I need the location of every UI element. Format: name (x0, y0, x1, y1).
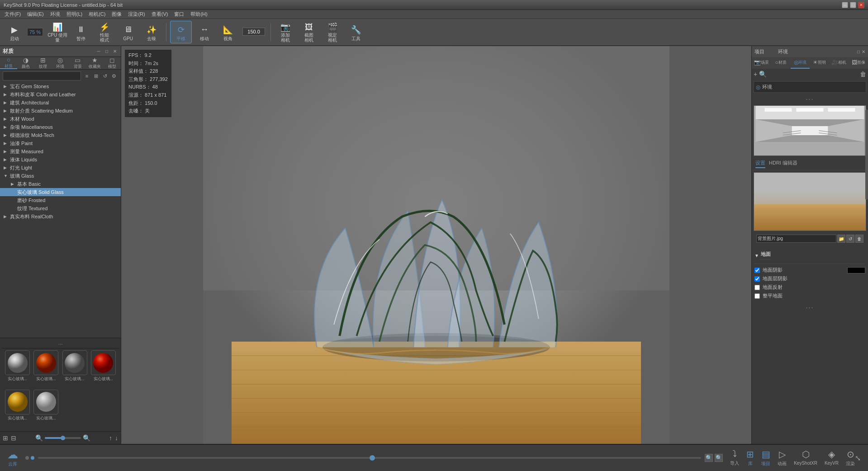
lb-grid-icon[interactable]: ⊞ (3, 434, 8, 442)
thumb-orange-glass[interactable]: 实心玻璃... (32, 350, 60, 389)
env-add-btn[interactable]: + (754, 71, 757, 78)
nav-keyshotxr[interactable]: ⬡ KeyShotXR (794, 449, 817, 467)
tab-texture[interactable]: ⊞ 纹理 (34, 57, 52, 69)
search-list-icon[interactable]: ≡ (83, 72, 91, 80)
lb-search-icon[interactable]: 🔍 (35, 434, 43, 442)
percent-display[interactable]: 75 % (27, 28, 43, 36)
panel-minimize-btn[interactable]: ─ (95, 48, 102, 55)
zoom-in-btn[interactable]: 🔍 (715, 454, 723, 462)
hdri-preview-image[interactable] (754, 106, 866, 155)
menu-file[interactable]: 文件(F) (2, 10, 24, 19)
tab-model[interactable]: ◻ 模型 (104, 57, 121, 69)
lb-zoom-icon[interactable]: 🔍 (83, 434, 90, 442)
fov-button[interactable]: 📐 视角 (217, 21, 239, 43)
env-tree-item[interactable]: ◎ 环境 (756, 84, 864, 90)
tree-glass-solid[interactable]: 实心玻璃 Solid Glass (0, 188, 121, 196)
menu-help[interactable]: 帮助(H) (188, 10, 210, 19)
translate-button[interactable]: ⟳ 平移 (170, 21, 192, 43)
search-grid-icon[interactable]: ⊞ (92, 72, 100, 80)
menu-edit[interactable]: 编辑(E) (24, 10, 47, 19)
thumb-light-glass[interactable]: 实心玻璃... (32, 390, 60, 428)
tab-scene[interactable]: 📷 场景 (752, 57, 771, 69)
start-button[interactable]: ▶ 启动 (4, 21, 25, 43)
thumb-gold-glass[interactable]: 实心玻璃... (4, 390, 31, 428)
ground-reflection-checkbox[interactable] (754, 285, 760, 290)
thumb-silver-glass[interactable]: 实心玻璃... (4, 350, 31, 389)
tl-dot-1[interactable] (25, 456, 29, 460)
tree-paint[interactable]: ▶ 油漆 Paint (0, 139, 121, 147)
tab-material[interactable]: ○ 材质 (771, 57, 791, 69)
tab-environment-right[interactable]: ◎ 环境 (791, 57, 810, 69)
ground-flat-checkbox[interactable] (754, 293, 760, 299)
bg-preview-image[interactable] (754, 173, 866, 231)
tree-light[interactable]: ▶ 灯光 Light (0, 164, 121, 172)
viewport[interactable]: FPS： 9.2 时间： 7m 2s 采样值： 228 三角形： 277,392… (121, 46, 751, 444)
search-settings-icon[interactable]: ⚙ (110, 72, 118, 80)
tree-glass-basic[interactable]: ▶ 基本 Basic (0, 180, 121, 188)
tools-button[interactable]: 🔧 工具 (345, 21, 367, 43)
panel-close-btn[interactable]: ✕ (112, 48, 118, 55)
expand-corner-btn[interactable]: ⤡ (855, 454, 861, 462)
tree-cloth-leather[interactable]: ▶ 布料和皮革 Cloth and Leather (0, 90, 121, 99)
menu-render[interactable]: 渲染(R) (125, 10, 147, 19)
tree-mold-tech[interactable]: ▶ 模德涂纹 Mold-Tech (0, 131, 121, 139)
tree-misc[interactable]: ▶ 杂项 Miscellaneous (0, 123, 121, 131)
tab-favorites[interactable]: ★ 收藏夹 (86, 57, 104, 69)
tree-glass-frosted[interactable]: 磨砂 Frosted (0, 196, 121, 204)
menu-window[interactable]: 窗口 (171, 10, 187, 19)
menu-view[interactable]: 查看(V) (149, 10, 171, 19)
nav-project[interactable]: ▤ 项目 (761, 449, 770, 467)
timeline-slider[interactable] (38, 457, 701, 459)
env-delete-btn[interactable]: 🗑 (860, 71, 866, 78)
cloud-library-btn[interactable]: ☁ 云库 (7, 448, 18, 467)
right-scrollbar-thumb[interactable] (865, 109, 868, 200)
tree-wood[interactable]: ▶ 木材 Wood (0, 115, 121, 123)
tree-liquids[interactable]: ▶ 液体 Liquids (0, 155, 121, 164)
tab-color[interactable]: ◑ 颜色 (17, 57, 34, 69)
lb-slider[interactable] (45, 437, 81, 439)
lb-list-icon[interactable]: ⊟ (11, 434, 16, 442)
settings-tab[interactable]: 设置 (755, 160, 765, 168)
timeline-handle[interactable] (370, 455, 375, 461)
search-input[interactable] (3, 71, 81, 80)
more-dots-top[interactable]: ··· (2, 340, 119, 348)
right-more-dots[interactable]: ··· (806, 304, 814, 311)
right-float-btn[interactable]: □ (857, 49, 860, 54)
tree-architectural[interactable]: ▶ 建筑 Architectural (0, 99, 121, 107)
menu-image[interactable]: 图像 (109, 10, 124, 19)
menu-camera[interactable]: 相机(C) (86, 10, 108, 19)
degree-input[interactable] (242, 28, 265, 36)
bg-file-delete-btn[interactable]: 🗑 (855, 235, 863, 243)
tree-glass[interactable]: ▼ 玻璃 Glass (0, 172, 121, 180)
tab-environment[interactable]: ◎ 环境 (52, 57, 69, 69)
right-close-btn[interactable]: ✕ (862, 49, 865, 54)
menu-lighting[interactable]: 照明(L) (64, 10, 85, 19)
lb-up-icon[interactable]: ↑ (109, 434, 112, 442)
video-button[interactable]: 🎬 视定相机 (322, 21, 343, 43)
tree-gem-stones[interactable]: ▶ 宝石 Gem Stones (0, 82, 121, 90)
tree-measured[interactable]: ▶ 测量 Measured (0, 147, 121, 155)
nav-animation[interactable]: ▷ 动画 (778, 449, 787, 467)
3d-viewport[interactable] (121, 46, 751, 444)
nav-render[interactable]: ⊙ 渲染 (846, 449, 855, 467)
thumb-red-glass[interactable]: 实心玻璃... (90, 350, 117, 389)
lb-down-icon[interactable]: ↓ (115, 434, 118, 442)
cpu-button[interactable]: 📊 CPU 使用量 (47, 21, 68, 43)
maximize-button[interactable]: □ (850, 2, 856, 8)
close-button[interactable]: ✕ (858, 2, 864, 8)
nav-import[interactable]: ⤵ 导入 (730, 449, 739, 467)
tree-scattering[interactable]: ▶ 散射介质 Scattering Medium (0, 107, 121, 115)
tab-image[interactable]: 🖼 图像 (849, 57, 868, 69)
tree-glass-textured[interactable]: 纹理 Textured (0, 204, 121, 212)
ground-shadows-checkbox[interactable] (754, 276, 760, 282)
panel-float-btn[interactable]: □ (104, 48, 110, 55)
thumb-gray-glass[interactable]: 实心玻璃... (61, 350, 89, 389)
screenshot-button[interactable]: 🖼 截图相机 (298, 21, 320, 43)
bg-file-open-btn[interactable]: 📁 (837, 235, 845, 243)
hdri-editor-tab[interactable]: HDRI 编辑器 (769, 160, 797, 168)
ground-shadow-checkbox[interactable] (754, 268, 760, 273)
ground-collapse-icon[interactable]: ▼ (754, 253, 759, 258)
search-refresh-icon[interactable]: ↺ (101, 72, 109, 80)
gpu-button[interactable]: 🖥 GPU (117, 21, 139, 43)
tl-dot-2[interactable] (31, 456, 34, 460)
